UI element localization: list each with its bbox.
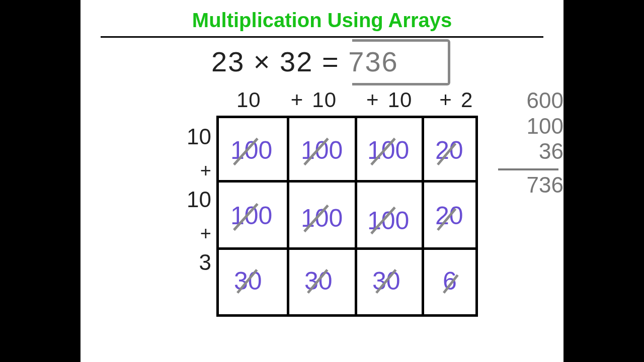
row-h-0: 10 — [181, 126, 211, 161]
sum-column: 600 100 36 736 — [493, 88, 564, 198]
sum-total: 736 — [493, 172, 564, 198]
row-h-2: 3 — [181, 251, 211, 287]
sum-addend-0: 600 — [493, 88, 564, 114]
sum-addend-2: 36 — [493, 139, 564, 164]
col-h-0: 10 — [236, 88, 284, 112]
col-plus-0: + — [291, 88, 306, 112]
column-headers: 10 + 10 + 10 + 2 — [236, 88, 486, 112]
page-title: Multiplication Using Arrays — [80, 9, 564, 32]
sum-line — [498, 168, 558, 170]
title-underline — [101, 36, 543, 38]
row-h-1: 10 — [181, 189, 211, 224]
col-h-1: 10 — [312, 88, 360, 112]
array-grid: 100 100 100 20 100 100 100 20 30 30 30 6 — [216, 116, 478, 317]
equation-lhs: 23 × 32 — [211, 46, 313, 77]
row-headers: 10 + 10 + 3 — [181, 126, 211, 287]
equation-eq: = — [322, 46, 340, 77]
sum-addend-1: 100 — [493, 114, 564, 139]
col-h-3: 2 — [461, 88, 486, 112]
whiteboard: Multiplication Using Arrays 23 × 32 = 73… — [80, 0, 564, 362]
row-plus-0: + — [181, 161, 211, 189]
answer-box — [352, 39, 450, 85]
col-h-2: 10 — [388, 88, 433, 112]
row-plus-1: + — [181, 224, 211, 251]
col-plus-1: + — [366, 88, 381, 112]
col-plus-2: + — [439, 88, 454, 112]
